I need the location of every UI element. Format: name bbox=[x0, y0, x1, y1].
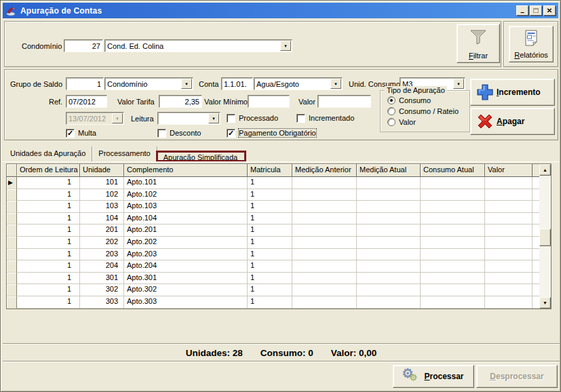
cell-unidade[interactable]: 102 bbox=[80, 189, 124, 201]
cell-matricula[interactable]: 1 bbox=[248, 224, 292, 237]
row-selector[interactable] bbox=[7, 284, 17, 296]
table-row[interactable]: 1 301 Apto.301 1 bbox=[7, 273, 539, 285]
cell-medicao-atual[interactable] bbox=[357, 296, 421, 309]
tab-processamento[interactable]: Processamento bbox=[92, 146, 157, 161]
row-selector[interactable] bbox=[7, 237, 17, 249]
cell-complemento[interactable]: Apto.303 bbox=[124, 296, 248, 309]
cell-medicao-atual[interactable] bbox=[357, 224, 421, 237]
apagar-button[interactable]: Apagar bbox=[470, 108, 555, 135]
chevron-down-icon[interactable]: ▼ bbox=[453, 79, 464, 89]
table-row[interactable]: ▶ 1 101 Apto.101 1 bbox=[7, 177, 539, 189]
table-row[interactable]: 1 204 Apto.204 1 bbox=[7, 260, 539, 273]
row-selector[interactable] bbox=[7, 260, 17, 273]
cell-valor[interactable] bbox=[485, 260, 533, 273]
checkbox-box[interactable]: ✓ bbox=[227, 129, 235, 138]
row-selector[interactable]: ▶ bbox=[7, 177, 17, 189]
relatorios-button[interactable]: Relatórios bbox=[509, 26, 554, 62]
close-button[interactable]: ✕ bbox=[543, 5, 556, 16]
table-row[interactable]: 1 104 Apto.104 1 bbox=[7, 213, 539, 225]
cell-matricula[interactable]: 1 bbox=[248, 284, 292, 296]
table-row[interactable]: 1 202 Apto.202 1 bbox=[7, 237, 539, 249]
cell-ordem[interactable]: 1 bbox=[17, 224, 80, 237]
cell-complemento[interactable]: Apto.302 bbox=[124, 284, 248, 296]
cell-matricula[interactable]: 1 bbox=[248, 249, 292, 261]
chevron-down-icon[interactable]: ▼ bbox=[280, 41, 291, 51]
cell-medicao-atual[interactable] bbox=[357, 189, 421, 201]
radio-consumo[interactable]: Consumo bbox=[387, 96, 431, 104]
cell-matricula[interactable]: 1 bbox=[248, 177, 292, 189]
cell-unidade[interactable]: 302 bbox=[80, 284, 124, 296]
cell-ordem[interactable]: 1 bbox=[17, 249, 80, 261]
cell-consumo-atual[interactable] bbox=[421, 249, 485, 261]
cell-ordem[interactable]: 1 bbox=[17, 201, 80, 213]
cell-unidade[interactable]: 103 bbox=[80, 201, 124, 213]
table-row[interactable]: 1 302 Apto.302 1 bbox=[7, 284, 539, 296]
cell-medicao-atual[interactable] bbox=[357, 249, 421, 261]
cell-unidade[interactable]: 203 bbox=[80, 249, 124, 261]
cell-complemento[interactable]: Apto.301 bbox=[124, 273, 248, 285]
cell-medicao-atual[interactable] bbox=[357, 201, 421, 213]
cell-medicao-atual[interactable] bbox=[357, 177, 421, 189]
radio-valor[interactable]: Valor bbox=[387, 117, 416, 126]
valor-minimo-input[interactable] bbox=[248, 95, 290, 108]
cell-ordem[interactable]: 1 bbox=[17, 260, 80, 273]
cell-complemento[interactable]: Apto.201 bbox=[124, 224, 248, 237]
valor-tarifa-input[interactable] bbox=[159, 95, 202, 108]
cell-consumo-atual[interactable] bbox=[421, 260, 485, 273]
cell-matricula[interactable]: 1 bbox=[248, 260, 292, 273]
cell-complemento[interactable]: Apto.104 bbox=[124, 213, 248, 225]
cell-valor[interactable] bbox=[485, 213, 533, 225]
row-selector[interactable] bbox=[7, 273, 17, 285]
minimize-button[interactable]: – bbox=[516, 5, 528, 16]
conta-combobox[interactable]: Agua/Esgoto ▼ bbox=[254, 77, 343, 90]
cell-matricula[interactable]: 1 bbox=[248, 237, 292, 249]
incrementado-checkbox[interactable]: Incrementado bbox=[296, 113, 354, 123]
header-ordem[interactable]: Ordem de Leitura bbox=[17, 164, 80, 176]
valor-input[interactable] bbox=[317, 95, 371, 108]
tab-unidades-da-apuracao[interactable]: Unidades da Apuração bbox=[4, 146, 92, 161]
row-selector[interactable] bbox=[7, 296, 17, 309]
row-selector[interactable] bbox=[7, 249, 17, 261]
cell-consumo-atual[interactable] bbox=[421, 237, 485, 249]
header-unidade[interactable]: Unidade bbox=[80, 164, 124, 176]
checkbox-box[interactable]: ✓ bbox=[66, 129, 75, 138]
cell-valor[interactable] bbox=[485, 189, 533, 201]
cell-medicao-anterior[interactable] bbox=[292, 189, 357, 201]
cell-ordem[interactable]: 1 bbox=[17, 177, 80, 189]
cell-medicao-atual[interactable] bbox=[357, 284, 421, 296]
checkbox-box[interactable] bbox=[157, 129, 166, 138]
scroll-down-icon[interactable]: ▼ bbox=[539, 297, 551, 309]
cell-medicao-atual[interactable] bbox=[357, 260, 421, 273]
header-medicao-anterior[interactable]: Medição Anterior bbox=[292, 164, 357, 176]
header-consumo-atual[interactable]: Consumo Atual bbox=[421, 164, 485, 176]
chevron-down-icon[interactable]: ▼ bbox=[208, 113, 219, 123]
cell-medicao-anterior[interactable] bbox=[292, 296, 357, 309]
table-row[interactable]: 1 103 Apto.103 1 bbox=[7, 201, 539, 213]
cell-ordem[interactable]: 1 bbox=[17, 237, 80, 249]
tab-apuracao-simplificada[interactable]: Apuração Simplificada bbox=[157, 151, 244, 161]
cell-complemento[interactable]: Apto.204 bbox=[124, 260, 248, 273]
checkbox-box[interactable] bbox=[227, 114, 235, 123]
cell-consumo-atual[interactable] bbox=[421, 201, 485, 213]
cell-consumo-atual[interactable] bbox=[421, 213, 485, 225]
cell-unidade[interactable]: 303 bbox=[80, 296, 124, 309]
cell-complemento[interactable]: Apto.101 bbox=[124, 177, 248, 189]
conta-code-input[interactable] bbox=[221, 77, 253, 90]
cell-unidade[interactable]: 104 bbox=[80, 213, 124, 225]
cell-matricula[interactable]: 1 bbox=[248, 296, 292, 309]
cell-matricula[interactable]: 1 bbox=[248, 201, 292, 213]
cell-valor[interactable] bbox=[485, 201, 533, 213]
cell-medicao-atual[interactable] bbox=[357, 273, 421, 285]
cell-consumo-atual[interactable] bbox=[421, 189, 485, 201]
cell-complemento[interactable]: Apto.202 bbox=[124, 237, 248, 249]
cell-medicao-anterior[interactable] bbox=[292, 284, 357, 296]
cell-matricula[interactable]: 1 bbox=[248, 213, 292, 225]
cell-ordem[interactable]: 1 bbox=[17, 273, 80, 285]
cell-valor[interactable] bbox=[485, 224, 533, 237]
cell-unidade[interactable]: 202 bbox=[80, 237, 124, 249]
cell-consumo-atual[interactable] bbox=[421, 273, 485, 285]
cell-consumo-atual[interactable] bbox=[421, 224, 485, 237]
checkbox-box[interactable] bbox=[296, 114, 305, 123]
cell-valor[interactable] bbox=[485, 273, 533, 285]
table-row[interactable]: 1 201 Apto.201 1 bbox=[7, 224, 539, 237]
